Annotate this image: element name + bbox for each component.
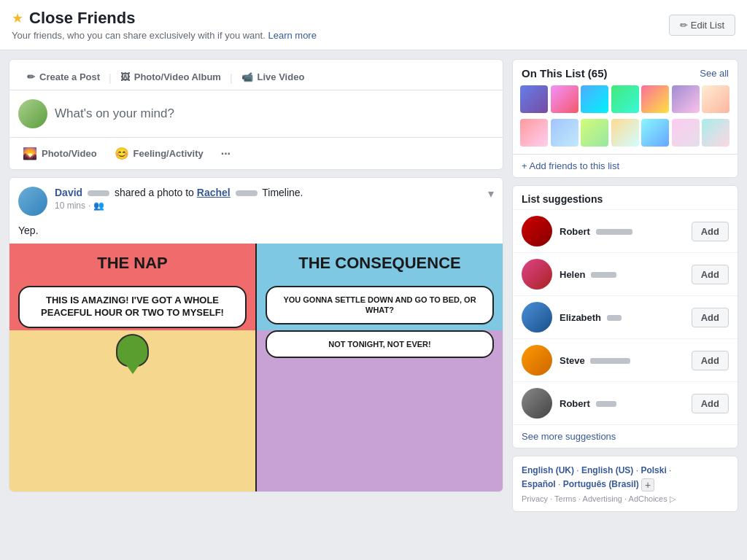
composer-tabs: ✏ Create a Post | 🖼 Photo/Video Album | … [9, 60, 503, 90]
learn-more-link[interactable]: Learn more [268, 30, 316, 41]
adchoices-link[interactable]: AdChoices ▷ [629, 494, 676, 503]
friends-grid-row2 [513, 119, 738, 154]
post-meta-line: David shared a photo to Rachel Timeline. [55, 187, 303, 198]
friend-thumb[interactable] [702, 119, 729, 147]
post-time: 10 mins · 👥 [55, 201, 303, 211]
suggestion-item-steve: Steve Add [513, 338, 738, 381]
post-header: David shared a photo to Rachel Timeline.… [9, 178, 503, 222]
friend-thumb[interactable] [672, 119, 700, 147]
add-language-button[interactable]: + [641, 478, 654, 491]
right-column: On This List (65) See all [512, 59, 738, 512]
suggestions-header: List suggestions [513, 186, 738, 209]
post-chevron-icon[interactable]: ▾ [488, 187, 494, 201]
friend-thumb[interactable] [581, 119, 608, 147]
feeling-action-icon: 😊 [115, 147, 129, 160]
star-icon: ★ [12, 10, 23, 26]
friends-icon: 👥 [93, 201, 104, 211]
suggestion-item-helen: Helen Add [513, 252, 738, 295]
comic-panel-left: THE NAP THIS IS AMAZING! I'VE GOT A WHOL… [9, 244, 255, 491]
lang-polski[interactable]: Polski [640, 465, 666, 475]
footer-languages: English (UK) · English (US) · Polski · E… [522, 464, 729, 491]
suggestion-name-robert1: Robert [560, 226, 684, 237]
more-options-button[interactable]: ··· [214, 142, 238, 165]
post-author-link[interactable]: David [55, 187, 82, 198]
post-header-left: David shared a photo to Rachel Timeline.… [18, 187, 303, 216]
composer-card: ✏ Create a Post | 🖼 Photo/Video Album | … [9, 59, 503, 170]
photo-action-icon: 🌄 [23, 147, 37, 160]
photo-video-tab[interactable]: 🖼 Photo/Video Album [112, 66, 230, 90]
suggestion-avatar-robert1 [522, 216, 552, 246]
suggestion-avatar-elizabeth [522, 302, 552, 332]
comic-right-title: THE CONSEQUENCE [257, 244, 503, 280]
friend-thumb[interactable] [641, 119, 669, 147]
add-friends-button[interactable]: + Add friends to this list [513, 154, 738, 177]
footer-links: Privacy · Terms · Advertising · AdChoice… [522, 494, 729, 504]
suggestion-name-steve: Steve [560, 355, 684, 366]
suggestion-item-robert2: Robert Add [513, 381, 738, 424]
page-title-row: ★ Close Friends [12, 9, 317, 28]
lang-espanol[interactable]: Español [522, 479, 556, 489]
composer-input-area[interactable]: What's on your mind? [9, 90, 503, 137]
live-video-tab[interactable]: 📹 Live Video [233, 66, 314, 90]
page-header: ★ Close Friends Your friends, who you ca… [0, 0, 747, 50]
suggestion-item-robert1: Robert Add [513, 209, 738, 252]
dot-separator: · [88, 201, 90, 211]
photo-icon: 🖼 [120, 71, 130, 82]
privacy-link[interactable]: Privacy [522, 494, 548, 503]
friend-thumb[interactable] [520, 85, 548, 113]
post-meta: David shared a photo to Rachel Timeline.… [55, 187, 303, 211]
create-post-tab[interactable]: ✏ Create a Post [18, 66, 109, 90]
video-icon: 📹 [241, 71, 253, 82]
footer-card: English (UK) · English (US) · Polski · E… [512, 456, 738, 512]
comic-container: THE NAP THIS IS AMAZING! I'VE GOT A WHOL… [9, 244, 503, 491]
suggestion-avatar-steve [522, 345, 552, 376]
photo-video-button[interactable]: 🌄 Photo/Video [15, 142, 104, 165]
add-button-helen[interactable]: Add [692, 265, 729, 284]
composer-avatar [18, 99, 47, 128]
friend-thumb[interactable] [702, 85, 729, 113]
list-suggestions-card: List suggestions Robert Add Helen A [512, 185, 738, 448]
lang-english-us[interactable]: English (US) [581, 465, 633, 475]
friends-grid-row1 [513, 85, 738, 119]
lang-portugues[interactable]: Português (Brasil) [563, 479, 639, 489]
add-button-elizabeth[interactable]: Add [692, 308, 729, 327]
see-all-link[interactable]: See all [700, 68, 729, 79]
lang-english-uk[interactable]: English (UK) [522, 465, 574, 475]
suggestion-avatar-robert2 [522, 388, 552, 419]
friend-thumb[interactable] [581, 85, 608, 113]
friend-thumb[interactable] [520, 119, 548, 147]
edit-list-button[interactable]: ✏ Edit List [669, 15, 735, 36]
post-target-link[interactable]: Rachel [197, 187, 231, 198]
page-subtitle: Your friends, who you can share exclusiv… [12, 30, 317, 41]
terms-link[interactable]: Terms [554, 494, 576, 503]
add-button-steve[interactable]: Add [692, 351, 729, 370]
name-blur [591, 272, 616, 278]
add-button-robert1[interactable]: Add [692, 222, 729, 241]
target-dots [236, 190, 258, 196]
name-blur [596, 401, 616, 407]
post-timeline: Timeline. [262, 187, 303, 198]
suggestion-name-robert2: Robert [560, 398, 684, 409]
see-more-suggestions-link[interactable]: See more suggestions [513, 424, 738, 448]
author-dots [88, 190, 109, 196]
post-image: THE NAP THIS IS AMAZING! I'VE GOT A WHOL… [9, 244, 503, 491]
comic-panel-right: THE CONSEQUENCE YOU GONNA SETTLE DOWN AN… [255, 244, 503, 491]
friend-thumb[interactable] [611, 85, 639, 113]
feeling-activity-button[interactable]: 😊 Feeling/Activity [107, 142, 211, 165]
post-action-text: shared a photo to [115, 187, 194, 198]
friend-thumb[interactable] [551, 119, 578, 147]
friend-thumb[interactable] [551, 85, 578, 113]
post-text: Yep. [9, 222, 503, 244]
friend-thumb[interactable] [672, 85, 700, 113]
friend-thumb[interactable] [641, 85, 669, 113]
composer-placeholder[interactable]: What's on your mind? [55, 106, 494, 121]
comic-left-title: THE NAP [9, 244, 255, 280]
page-header-left: ★ Close Friends Your friends, who you ca… [12, 9, 317, 41]
post-card: David shared a photo to Rachel Timeline.… [9, 177, 503, 492]
advertising-link[interactable]: Advertising [583, 494, 622, 503]
name-blur [607, 315, 622, 321]
friend-thumb[interactable] [611, 119, 639, 147]
add-button-robert2[interactable]: Add [692, 394, 729, 413]
composer-actions: 🌄 Photo/Video 😊 Feeling/Activity ··· [9, 137, 503, 169]
on-this-list-title: On This List (65) [522, 67, 608, 79]
